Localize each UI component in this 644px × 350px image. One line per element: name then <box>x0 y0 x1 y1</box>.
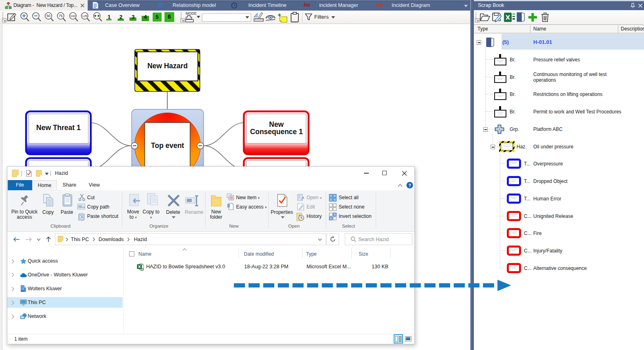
svg-text:125: 125 <box>82 14 88 18</box>
svg-text:New: New <box>269 120 284 128</box>
svg-text:New Threat 1: New Threat 1 <box>36 124 81 132</box>
svg-text:Consequence 1: Consequence 1 <box>250 128 303 136</box>
svg-text:New Hazard: New Hazard <box>147 62 188 70</box>
svg-text:100: 100 <box>70 14 76 18</box>
svg-text:75: 75 <box>59 14 63 18</box>
svg-text:Top event: Top event <box>151 141 184 150</box>
svg-text:50: 50 <box>46 14 50 18</box>
